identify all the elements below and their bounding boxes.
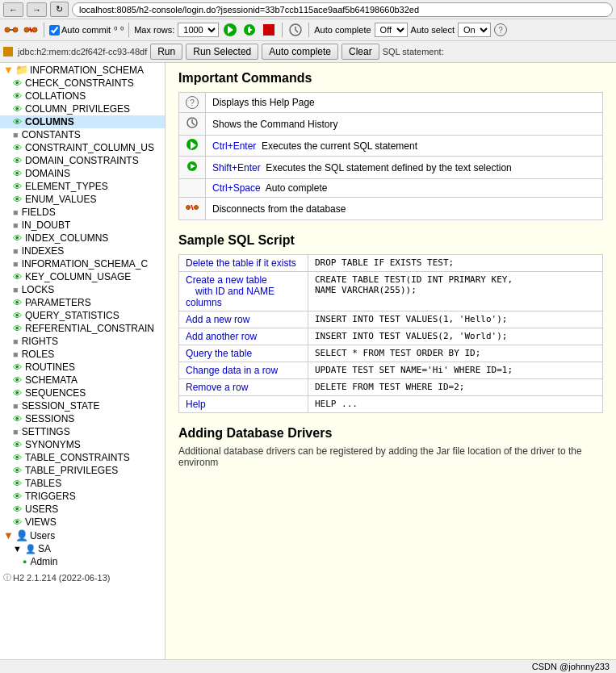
sidebar-item-table-privileges[interactable]: 👁 TABLE_PRIVILEGES [0,464,165,477]
forward-button[interactable]: → [27,2,47,17]
link-insert2[interactable]: Add another row [186,331,257,342]
sample-left-help[interactable]: Help [179,396,308,413]
history-toolbar-icon[interactable] [287,22,304,38]
sidebar-item-fields[interactable]: ■ FIELDS [0,206,165,219]
link-create-cols[interactable]: with ID and NAME columns [186,286,274,308]
sidebar-item-domain-constraints[interactable]: 👁 DOMAIN_CONSTRAINTS [0,154,165,167]
address-input[interactable]: localhost:8085/h2-console/login.do?jsess… [72,2,613,17]
disconnect-toolbar-icon[interactable] [23,22,39,38]
sample-left-update[interactable]: Change data in a row [179,362,308,379]
sample-left-create[interactable]: Create a new table with ID and NAME colu… [179,272,308,311]
link-create[interactable]: Create a new table [186,274,267,286]
sidebar-item-parameters[interactable]: 👁 PARAMETERS [0,296,165,309]
sidebar-label-triggers: TRIGGERS [25,491,76,502]
sidebar-item-column-privileges[interactable]: 👁 COLUMN_PRIVILEGES [0,102,165,115]
sa-person-icon: 👤 [25,544,36,554]
sidebar-item-query-stats[interactable]: 👁 QUERY_STATISTICS [0,309,165,322]
schema-label: INFORMATION_SCHEMA [30,65,144,76]
sidebar-item-table-constraints[interactable]: 👁 TABLE_CONSTRAINTS [0,451,165,464]
maxrows-select[interactable]: 1000 [178,23,219,37]
sidebar-label-key-column: KEY_COLUMN_USAGE [25,271,131,282]
help-desc-disconnect: Disconnects from the database [206,198,603,220]
sidebar-item-collations[interactable]: 👁 COLLATIONS [0,90,165,102]
sample-sql-title: Sample SQL Script [178,233,603,248]
autocomplete-select[interactable]: Off On [375,23,408,37]
sidebar-item-settings[interactable]: ■ SETTINGS [0,425,165,438]
sidebar-item-key-column[interactable]: 👁 KEY_COLUMN_USAGE [0,270,165,283]
sidebar-item-triggers[interactable]: 👁 TRIGGERS [0,490,165,503]
link-drop[interactable]: Delete the table if it exists [186,257,296,269]
sample-left-select[interactable]: Query the table [179,345,308,362]
sidebar-item-info-schema-c[interactable]: ■ INFORMATION_SCHEMA_C [0,257,165,270]
sample-right-update: UPDATE TEST SET NAME='Hi' WHERE ID=1; [308,362,603,379]
run-select-icon [186,160,199,173]
view-icon-element-types: 👁 [13,182,22,191]
sidebar-item-sequences[interactable]: 👁 SEQUENCES [0,387,165,399]
sidebar-admin[interactable]: ● Admin [0,555,165,568]
connect-icon[interactable] [3,22,19,38]
sample-left-delete[interactable]: Remove a row [179,379,308,396]
sample-row-help: Help HELP ... [179,396,603,413]
autocomplete-button[interactable]: Auto complete [262,44,338,60]
adding-text: Additional database drivers can be regis… [178,445,603,468]
run-selected-button[interactable]: Run Selected [186,44,258,60]
sidebar-item-roles[interactable]: ■ ROLES [0,348,165,361]
run-select-icon-cell [179,157,206,179]
sidebar-item-tables[interactable]: 👁 TABLES [0,477,165,490]
sample-left-insert2[interactable]: Add another row [179,328,308,345]
help-toolbar-icon[interactable]: ? [494,23,507,36]
clear-button[interactable]: Clear [342,44,379,60]
autocommit-checkbox[interactable] [49,25,60,36]
sidebar-item-indexes[interactable]: ■ INDEXES [0,245,165,257]
sidebar-item-routines[interactable]: 👁 ROUTINES [0,361,165,374]
sidebar-item-sessions[interactable]: 👁 SESSIONS [0,412,165,425]
sidebar-users-root[interactable]: ▼ 👤 Users [0,529,165,542]
view-icon-constraint-col: 👁 [13,143,22,153]
sidebar-item-element-types[interactable]: 👁 ELEMENT_TYPES [0,180,165,193]
back-button[interactable]: ← [3,2,23,17]
autoselect-select[interactable]: On Off [458,23,491,37]
sample-left-drop[interactable]: Delete the table if it exists [179,255,308,272]
sidebar-label-domains: DOMAINS [25,168,70,179]
sidebar-item-users[interactable]: 👁 USERS [0,503,165,516]
sidebar-item-check-constraints[interactable]: 👁 CHECK_CONSTRAINTS [0,77,165,90]
run-stop-icon[interactable] [241,22,258,38]
sidebar-item-constants[interactable]: ■ CONSTANTS [0,128,165,141]
sidebar-item-ref-constraints[interactable]: 👁 REFERENTIAL_CONSTRAIN [0,322,165,335]
link-help[interactable]: Help [186,399,206,410]
sidebar-label-ref-constraints: REFERENTIAL_CONSTRAIN [25,323,154,334]
sidebar-item-domains[interactable]: 👁 DOMAINS [0,167,165,180]
sidebar-item-schemata[interactable]: 👁 SCHEMATA [0,374,165,387]
link-insert1[interactable]: Add a new row [186,314,249,325]
schema-folder-icon: 📁 [15,64,28,76]
help-table: ? Displays this Help Page Shows the Comm… [178,92,603,220]
sidebar-schema[interactable]: ▼ 📁 INFORMATION_SCHEMA [0,63,165,77]
sample-row-select: Query the table SELECT * FROM TEST ORDER… [179,345,603,362]
link-update[interactable]: Change data in a row [186,365,278,376]
run-icon[interactable] [222,22,238,38]
sidebar-item-rights[interactable]: ■ RIGHTS [0,335,165,348]
link-select[interactable]: Query the table [186,348,252,359]
sidebar-label-check-constraints: CHECK_CONSTRAINTS [25,77,134,89]
sample-left-insert1[interactable]: Add a new row [179,311,308,328]
sidebar-item-columns[interactable]: 👁 COLUMNS [0,115,165,128]
refresh-button[interactable]: ↻ [50,2,69,17]
sidebar-label-in-doubt: IN_DOUBT [22,219,71,231]
sidebar-item-session-state[interactable]: ■ SESSION_STATE [0,399,165,412]
sidebar-item-views[interactable]: 👁 VIEWS [0,516,165,529]
view-icon-domains: 👁 [13,169,22,178]
sa-label: SA [38,543,51,554]
autocommit-label[interactable]: Auto commit [49,25,111,36]
sidebar-item-constraint-col[interactable]: 👁 CONSTRAINT_COLUMN_US [0,141,165,154]
view-icon-key-col: 👁 [13,272,22,282]
sidebar-item-enum-values[interactable]: 👁 ENUM_VALUES [0,193,165,206]
sidebar-sa[interactable]: ▼ 👤 SA [0,542,165,555]
link-delete[interactable]: Remove a row [186,382,248,393]
sidebar-item-in-doubt[interactable]: ■ IN_DOUBT [0,219,165,232]
sidebar-item-synonyms[interactable]: 👁 SYNONYMS [0,438,165,451]
sidebar-label-sequences: SEQUENCES [25,387,86,399]
run-button[interactable]: Run [150,44,182,60]
stop-icon[interactable] [261,22,277,38]
sidebar-item-locks[interactable]: ■ LOCKS [0,283,165,296]
sidebar-item-index-columns[interactable]: 👁 INDEX_COLUMNS [0,232,165,245]
